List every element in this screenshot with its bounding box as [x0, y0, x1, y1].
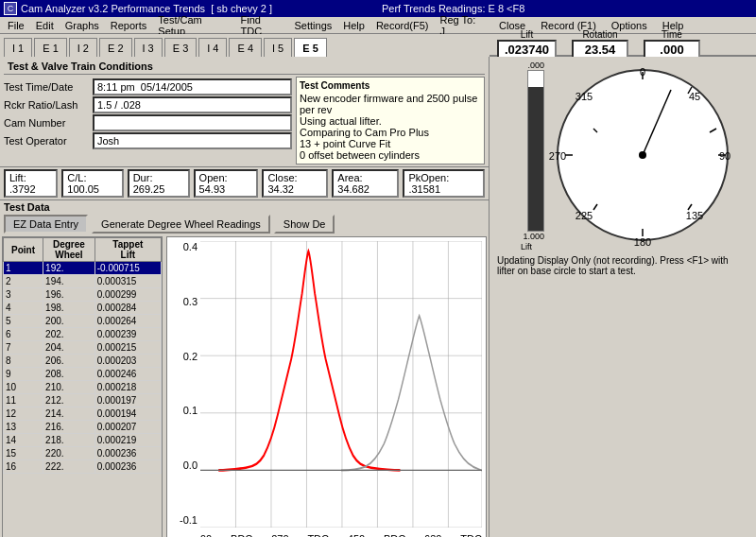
svg-text:90: 90	[719, 150, 730, 162]
readings-bar: Lift .023740 Rotation 23.54 Time .000	[490, 34, 756, 56]
cell-point: 3	[4, 288, 43, 302]
svg-text:270: 270	[549, 150, 566, 162]
stat-pkopen: PkOpen: .31581	[403, 169, 485, 198]
cell-tappet: 0.000197	[94, 394, 161, 407]
tab-e4[interactable]: E 4	[229, 38, 262, 57]
lift-bar-section: .000 1.000 Lift	[508, 61, 544, 251]
table-row: 16222.0.000236	[4, 460, 162, 474]
tab-e5[interactable]: E 5	[294, 38, 327, 57]
table-row: 12214.0.000194	[4, 407, 162, 421]
input-test-operator[interactable]	[93, 132, 292, 149]
x-label-tdc1: TDC	[307, 533, 329, 537]
tab-i5-label: I 5	[272, 43, 284, 54]
cell-degree: 198.	[43, 302, 95, 315]
input-test-time[interactable]	[93, 78, 292, 95]
svg-point-34	[639, 151, 646, 159]
menu-help[interactable]: Help	[337, 19, 370, 32]
app-title: Cam Analyzer v3.2	[21, 3, 108, 14]
cell-point: 12	[4, 407, 43, 421]
svg-text:315: 315	[576, 91, 593, 102]
label-test-time: Test Time/Date	[4, 78, 89, 95]
input-rckr-ratio[interactable]	[93, 96, 292, 113]
tab-e2-label: E 2	[108, 43, 124, 54]
tab-i5[interactable]: I 5	[264, 38, 292, 57]
test-comments: Test Comments New encoder firmware and 2…	[296, 77, 485, 165]
svg-text:225: 225	[576, 210, 593, 221]
table-row: 14218.0.000219	[4, 434, 162, 447]
x-label-tdc2: TDC	[460, 533, 482, 537]
cell-point: 6	[4, 328, 43, 341]
col-point: Point	[4, 238, 43, 262]
tab-e4-label: E 4	[237, 43, 253, 54]
comment-1: New encoder firmware and 2500 pulse per …	[300, 93, 481, 115]
cell-point: 10	[4, 381, 43, 394]
cell-tappet: 0.000236	[94, 447, 161, 460]
tab-bar: I 1 E 1 I 2 E 2 I 3 E 3 I 4 E 4 I 5 E 5	[0, 34, 490, 57]
menu-file[interactable]: File	[2, 19, 30, 32]
time-reading: Time .000	[644, 29, 700, 60]
main-menu-bar: File Edit Graphs Reports Test/Cam Setup …	[0, 17, 490, 34]
table-row: 13216.0.000207	[4, 421, 162, 434]
gauge-section: .000 1.000 Lift 0 45 90	[490, 57, 756, 537]
conditions-fields: Test Time/Date Rckr Ratio/Lash Cam Numbe…	[4, 77, 292, 165]
stat-close-value: Close: 34.32	[267, 172, 322, 195]
cell-tappet: 0.000215	[94, 341, 161, 355]
y-label-01: 0.1	[169, 405, 198, 416]
table-row: 15220.0.000236	[4, 447, 162, 460]
stat-dur: Dur: 269.25	[128, 169, 190, 198]
tab-i1[interactable]: I 1	[4, 38, 32, 57]
cell-tappet: 0.000239	[94, 328, 161, 341]
cell-tappet: 0.000203	[94, 355, 161, 368]
cell-point: 13	[4, 421, 43, 434]
btn-ez-data[interactable]: EZ Data Entry	[4, 215, 88, 234]
cell-point: 15	[4, 447, 43, 460]
tab-e3[interactable]: E 3	[164, 38, 198, 57]
tab-i2[interactable]: I 2	[69, 38, 97, 57]
test-data-title: Test Data	[4, 201, 50, 213]
cell-tappet: 0.000207	[94, 421, 161, 434]
btn-show-de[interactable]: Show De	[274, 215, 335, 234]
data-table[interactable]: Point DegreeWheel TappetLift 1192.-0.000…	[2, 236, 163, 537]
label-cam-number: Cam Number	[4, 114, 89, 131]
right-panel: .000 1.000 Lift 0 45 90	[490, 57, 756, 537]
tab-i3[interactable]: I 3	[134, 38, 163, 57]
cell-degree: 208.	[43, 368, 95, 381]
btn-generate[interactable]: Generate Degree Wheel Readings	[92, 215, 270, 234]
stat-lift: Lift: .3792	[4, 169, 58, 198]
table-row: 4198.0.000284	[4, 302, 162, 315]
app-icon: C	[4, 2, 17, 15]
cell-tappet: 0.000236	[94, 460, 161, 474]
label-rckr-ratio: Rckr Ratio/Lash	[4, 96, 89, 113]
menu-reports[interactable]: Reports	[105, 19, 153, 32]
col-degree: DegreeWheel	[43, 238, 95, 262]
menu-record[interactable]: Record(F5)	[370, 19, 435, 32]
cell-point: 14	[4, 434, 43, 447]
x-label-630: 630	[424, 533, 441, 537]
tab-i4-label: I 4	[207, 43, 218, 54]
cell-degree: 204.	[43, 341, 95, 355]
table-row: 11212.0.000197	[4, 394, 162, 407]
tab-e3-label: E 3	[173, 43, 189, 54]
tab-i1-label: I 1	[12, 43, 24, 54]
cell-point: 1	[4, 262, 43, 275]
y-axis: 0.4 0.3 0.2 0.1 0.0 -0.1	[167, 241, 199, 526]
menu-edit[interactable]: Edit	[30, 19, 60, 32]
menu-graphs[interactable]: Graphs	[60, 19, 105, 32]
x-axis: 90 BDC 270 TDC 450 BDC 630 TDC	[200, 533, 482, 537]
gauge-container: .000 1.000 Lift 0 45 90	[493, 61, 752, 251]
x-label-270: 270	[271, 533, 288, 537]
menu-settings[interactable]: Settings	[289, 19, 338, 32]
cell-degree: 210.	[43, 381, 95, 394]
input-cam-number[interactable]	[93, 114, 292, 131]
lift-bar	[527, 70, 544, 232]
tab-e1[interactable]: E 1	[34, 38, 67, 57]
x-label-450: 450	[348, 533, 365, 537]
cell-degree: 216.	[43, 421, 95, 434]
tab-i4[interactable]: I 4	[198, 38, 227, 57]
test-data-header-row: Test Data	[0, 200, 489, 214]
rotation-label: Rotation	[582, 29, 617, 40]
svg-text:135: 135	[686, 210, 703, 221]
rotation-reading: Rotation 23.54	[572, 29, 628, 60]
stat-cl: C/L: 100.05	[61, 169, 123, 198]
tab-e2[interactable]: E 2	[99, 38, 132, 57]
